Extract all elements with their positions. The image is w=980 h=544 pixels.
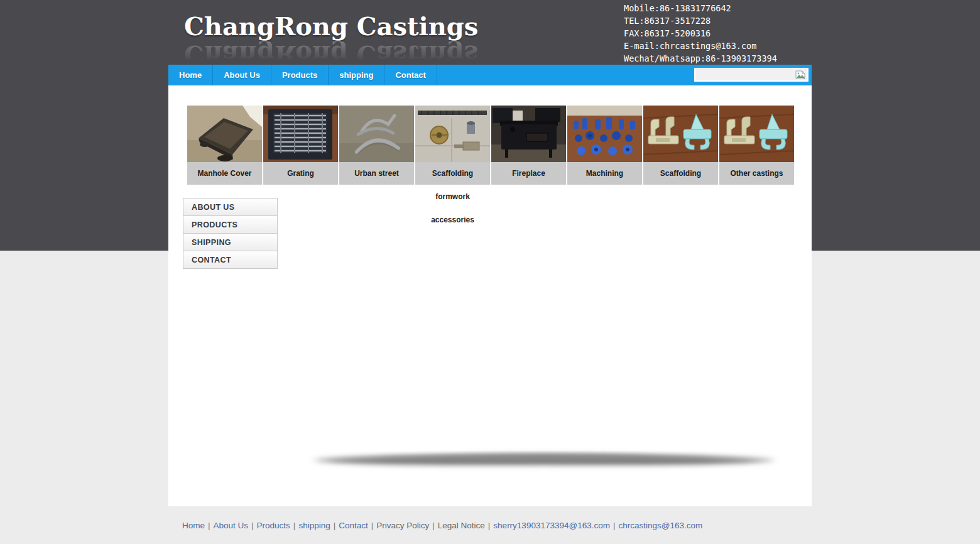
nav-item-contact[interactable]: Contact	[384, 65, 437, 85]
contact-mobile: Mobile:86-13831776642	[624, 2, 777, 14]
category-label: Fireplace	[491, 162, 566, 185]
footer-separator: |	[208, 521, 210, 530]
category-label: Scaffolding	[643, 162, 718, 185]
sidebar-menu: ABOUT US PRODUCTS SHIPPING CONTACT	[183, 198, 278, 269]
footer-separator: |	[371, 521, 374, 530]
footer-link-about-us[interactable]: About Us	[214, 521, 249, 530]
category-label-bar: Fireplace	[491, 162, 566, 185]
footer-link-shipping[interactable]: shipping	[298, 521, 330, 530]
footer-links: Home|About Us|Products|shipping|Contact|…	[182, 521, 702, 530]
grating-image	[263, 106, 338, 162]
sidebar-item-contact[interactable]: CONTACT	[183, 251, 277, 269]
nav-item-products[interactable]: Products	[271, 65, 329, 85]
category-strip: Manhole Cover	[187, 106, 794, 185]
category-label-bar: Scaffolding	[643, 162, 718, 185]
footer-privacy-policy: Privacy Policy	[376, 521, 429, 530]
footer-link-products[interactable]: Products	[257, 521, 290, 530]
category-label: Scaffolding formwork accessories	[415, 162, 490, 232]
fireplace-image	[491, 106, 566, 162]
contact-wechat: Wechat/Whatsapp:86-13903173394	[624, 52, 777, 65]
content-column: Home About Us Products shipping Contact	[168, 65, 812, 506]
urban-street-image	[339, 106, 414, 162]
category-label: Grating	[263, 162, 338, 185]
category-label: Machining	[567, 162, 642, 185]
footer-email-chrcastings[interactable]: chrcastings@163.com	[618, 521, 702, 530]
machining-image	[567, 106, 642, 162]
sidebar-item-products[interactable]: PRODUCTS	[183, 216, 277, 234]
category-card-fireplace[interactable]: Fireplace	[491, 106, 566, 185]
footer-separator: |	[334, 521, 336, 530]
scaffolding-clamps-image	[643, 106, 718, 162]
contact-fax: FAX:86317-5200316	[624, 27, 777, 40]
category-label: Urban street	[339, 162, 414, 185]
main-nav: Home About Us Products shipping Contact	[168, 65, 812, 85]
category-label-bar: Urban street	[339, 162, 414, 185]
contact-email: E-mail:chrcastings@163.com	[624, 40, 777, 52]
nav-item-about-us[interactable]: About Us	[213, 65, 271, 85]
footer-separator: |	[432, 521, 435, 530]
category-card-scaffolding-formwork[interactable]: Scaffolding formwork accessories	[415, 106, 490, 185]
nav-item-shipping[interactable]: shipping	[329, 65, 384, 85]
contact-tel: TEL:86317-3517228	[624, 14, 777, 27]
footer-separator: |	[488, 521, 491, 530]
manhole-cover-image	[187, 106, 262, 162]
footer-link-contact[interactable]: Contact	[339, 521, 368, 530]
category-label-bar: Other castings	[719, 162, 794, 185]
footer-separator: |	[293, 521, 296, 530]
category-label-bar: Machining	[567, 162, 642, 185]
footer-separator: |	[251, 521, 254, 530]
header-contact-info: Mobile:86-13831776642 TEL:86317-3517228 …	[624, 2, 777, 65]
category-card-other-castings[interactable]: Other castings	[719, 106, 794, 185]
footer-legal-notice: Legal Notice	[438, 521, 485, 530]
search-box	[694, 68, 808, 82]
category-label: Other castings	[719, 162, 794, 185]
footer-separator: |	[613, 521, 616, 530]
other-castings-image	[719, 106, 794, 162]
site-logo: ChangRong Castings	[184, 11, 478, 41]
main-panel: Manhole Cover	[168, 85, 812, 506]
sidebar-item-about-us[interactable]: ABOUT US	[183, 199, 277, 216]
footer-email-sherry[interactable]: sherry13903173394@163.com	[493, 521, 610, 530]
category-card-manhole-cover[interactable]: Manhole Cover	[187, 106, 262, 185]
category-card-scaffolding[interactable]: Scaffolding	[643, 106, 718, 185]
broken-image-icon[interactable]	[795, 70, 805, 80]
category-label-bar: Scaffolding formwork accessories	[415, 162, 490, 185]
search-input[interactable]	[695, 69, 807, 80]
category-label-bar: Manhole Cover	[187, 162, 262, 185]
scaffolding-formwork-image	[415, 106, 490, 162]
footer-link-home[interactable]: Home	[182, 521, 205, 530]
sidebar-item-shipping[interactable]: SHIPPING	[183, 234, 277, 251]
content-shadow	[302, 446, 787, 474]
nav-item-home[interactable]: Home	[168, 65, 213, 85]
category-label: Manhole Cover	[187, 162, 262, 185]
category-card-grating[interactable]: Grating	[263, 106, 338, 185]
category-card-urban-street[interactable]: Urban street	[339, 106, 414, 185]
category-label-bar: Grating	[263, 162, 338, 185]
category-card-machining[interactable]: Machining	[567, 106, 642, 185]
